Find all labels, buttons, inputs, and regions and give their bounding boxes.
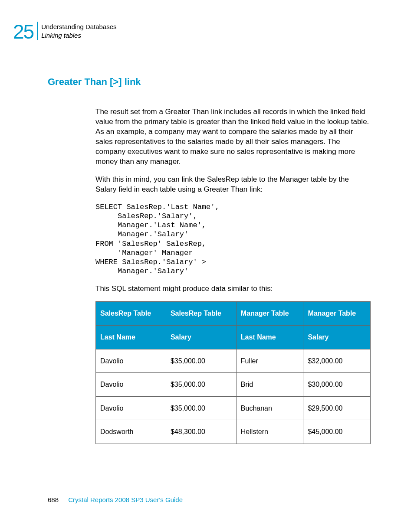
table-cell: $35,000.00 (166, 373, 236, 397)
chapter-number: 25 (13, 22, 33, 42)
results-table: SalesRep Table SalesRep Table Manager Ta… (95, 301, 371, 444)
table-header-cell: Salary (166, 326, 236, 349)
chapter-title: Understanding Databases (41, 23, 116, 31)
page-footer: 688 Crystal Reports 2008 SP3 User's Guid… (48, 496, 388, 503)
table-header-cell: Manager Table (303, 302, 371, 326)
table-row: Davolio $35,000.00 Brid $30,000.00 (96, 373, 371, 397)
body-paragraph: With this in mind, you can link the Sale… (95, 175, 371, 195)
table-cell: Davolio (96, 396, 166, 420)
table-header-row: SalesRep Table SalesRep Table Manager Ta… (96, 302, 371, 326)
table-cell: $32,000.00 (303, 349, 371, 373)
section-heading: Greater Than [>] link (48, 76, 371, 88)
sql-code-block: SELECT SalesRep.'Last Name', SalesRep.'S… (95, 202, 371, 276)
body-paragraph: The result set from a Greater Than link … (95, 107, 371, 167)
table-cell: $30,000.00 (303, 373, 371, 397)
table-row: Davolio $35,000.00 Buchanan $29,500.00 (96, 396, 371, 420)
table-cell: Davolio (96, 373, 166, 397)
table-cell: Buchanan (236, 396, 303, 420)
header-separator (37, 22, 38, 40)
table-cell: $35,000.00 (166, 396, 236, 420)
table-cell: Davolio (96, 349, 166, 373)
table-cell: $35,000.00 (166, 349, 236, 373)
table-header-cell: Salary (303, 326, 371, 349)
page-header: 25 Understanding Databases Linking table… (13, 22, 388, 42)
table-cell: Brid (236, 373, 303, 397)
body-paragraph: This SQL statement might produce data si… (95, 284, 371, 294)
table-row: Dodsworth $48,300.00 Hellstern $45,000.0… (96, 420, 371, 444)
table-cell: $45,000.00 (303, 420, 371, 444)
section-title: Linking tables (41, 31, 116, 40)
table-header-row: Last Name Salary Last Name Salary (96, 326, 371, 349)
table-cell: $48,300.00 (166, 420, 236, 444)
table-body: Davolio $35,000.00 Fuller $32,000.00 Dav… (96, 349, 371, 444)
table-row: Davolio $35,000.00 Fuller $32,000.00 (96, 349, 371, 373)
doc-title: Crystal Reports 2008 SP3 User's Guide (68, 496, 183, 503)
table-cell: Hellstern (236, 420, 303, 444)
table-cell: Dodsworth (96, 420, 166, 444)
table-header-cell: Last Name (96, 326, 166, 349)
table-cell: $29,500.00 (303, 396, 371, 420)
table-header-cell: SalesRep Table (96, 302, 166, 326)
table-header-cell: SalesRep Table (166, 302, 236, 326)
table-header-cell: Manager Table (236, 302, 303, 326)
table-cell: Fuller (236, 349, 303, 373)
table-header-cell: Last Name (236, 326, 303, 349)
page-number: 688 (48, 496, 59, 503)
